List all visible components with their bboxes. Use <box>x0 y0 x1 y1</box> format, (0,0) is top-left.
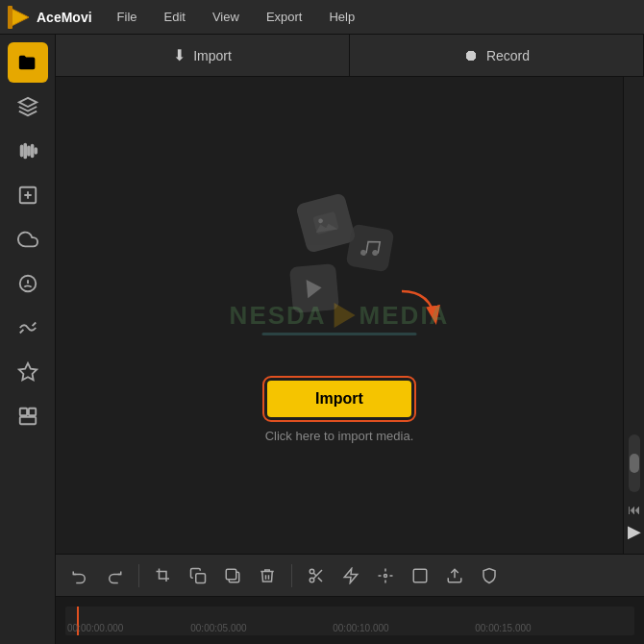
move-icon <box>377 567 394 584</box>
bottom-toolbar <box>56 554 644 596</box>
menu-view[interactable]: View <box>207 6 245 28</box>
redo-icon <box>106 567 123 584</box>
svg-rect-10 <box>19 409 26 415</box>
move-button[interactable] <box>371 561 400 590</box>
svg-point-16 <box>360 249 367 256</box>
media-area: NESDA MEDIA <box>56 77 623 554</box>
sidebar <box>0 35 56 644</box>
svg-rect-12 <box>19 417 36 424</box>
record-tab-icon: ⏺ <box>463 47 479 64</box>
content-area: ⬇ Import ⏺ Record NESDA MEDIA <box>56 35 644 644</box>
sidebar-item-transitions[interactable] <box>8 308 48 348</box>
timeline-label-1: 00:00:05.000 <box>190 623 246 633</box>
svg-rect-1 <box>8 6 12 29</box>
video-float-icon <box>289 262 339 312</box>
svg-rect-4 <box>28 146 30 155</box>
menu-help[interactable]: Help <box>323 6 360 28</box>
svg-rect-5 <box>31 145 33 158</box>
templates-icon <box>17 406 38 427</box>
cloud-icon <box>17 229 38 250</box>
svg-rect-20 <box>196 573 206 582</box>
box-icon <box>411 567 429 584</box>
scrollbar-track[interactable] <box>629 434 640 492</box>
sidebar-item-media[interactable] <box>8 42 48 83</box>
timeline-area: 00:00:00.000 00:00:05.000 00:00:10.000 0… <box>56 596 644 644</box>
sidebar-item-cloud[interactable] <box>8 219 48 260</box>
menu-edit[interactable]: Edit <box>159 6 191 28</box>
redo-button[interactable] <box>100 561 129 590</box>
svg-rect-11 <box>28 409 35 415</box>
skip-back-button[interactable]: ⏮ <box>628 502 641 517</box>
menu-export[interactable]: Export <box>260 6 309 28</box>
timeline-label-3: 00:00:15.000 <box>475 623 531 633</box>
separator-2 <box>291 564 292 587</box>
arrow-indicator <box>392 286 450 338</box>
app-name: AceMovi <box>37 10 92 25</box>
photo-float-icon <box>295 192 357 254</box>
separator-1 <box>138 564 139 587</box>
lightning-icon <box>342 567 359 584</box>
crop-button[interactable] <box>149 561 178 590</box>
transitions-icon <box>17 317 38 338</box>
svg-marker-18 <box>307 278 323 298</box>
svg-rect-27 <box>413 569 427 582</box>
import-button[interactable]: Import <box>267 381 411 417</box>
box-button[interactable] <box>406 561 434 590</box>
shield-icon <box>481 567 498 584</box>
svg-rect-6 <box>35 148 37 154</box>
menu-file[interactable]: File <box>111 6 143 28</box>
svg-marker-25 <box>344 568 358 582</box>
svg-point-23 <box>310 569 314 574</box>
sidebar-item-sticker[interactable] <box>8 263 48 304</box>
play-button[interactable]: ▶ <box>628 521 641 542</box>
lightning-button[interactable] <box>336 561 365 590</box>
duplicate-button[interactable] <box>218 561 247 590</box>
sticker-icon <box>17 273 38 294</box>
logo-icon <box>8 6 31 29</box>
layers-icon <box>17 96 38 117</box>
cut-button[interactable] <box>302 561 331 590</box>
sidebar-item-audio[interactable] <box>8 131 48 171</box>
svg-point-17 <box>372 249 379 256</box>
import-hint: Click here to import media. <box>265 429 414 443</box>
music-float-icon <box>346 223 395 272</box>
record-tab-label: Record <box>486 48 530 63</box>
svg-rect-3 <box>24 144 26 159</box>
sidebar-item-templates[interactable] <box>8 396 48 436</box>
delete-button[interactable] <box>253 561 282 590</box>
import-tab-icon: ⬇ <box>173 46 186 64</box>
svg-rect-22 <box>226 569 236 580</box>
sidebar-item-text[interactable] <box>8 175 48 215</box>
svg-rect-2 <box>20 146 22 157</box>
main-layout: ⬇ Import ⏺ Record NESDA MEDIA <box>0 35 644 644</box>
shield-button[interactable] <box>475 561 504 590</box>
scrollbar-thumb[interactable] <box>630 454 639 473</box>
undo-icon <box>71 567 88 584</box>
export-icon <box>446 567 463 584</box>
export-button[interactable] <box>440 561 469 590</box>
sidebar-item-effects[interactable] <box>8 87 48 127</box>
tab-record[interactable]: ⏺ Record <box>350 35 644 76</box>
menubar: AceMovi File Edit View Export Help <box>0 0 644 35</box>
svg-point-26 <box>384 574 387 577</box>
timeline-label-0: 00:00:00.000 <box>67 623 123 633</box>
timeline-label-2: 00:00:10.000 <box>333 623 388 633</box>
duplicate-icon <box>224 567 241 584</box>
app-logo: AceMovi <box>8 6 92 29</box>
arrow-svg <box>392 286 450 334</box>
right-panel: ⏮ ▶ <box>623 77 644 554</box>
cut-icon <box>308 567 325 584</box>
copy-icon <box>189 567 207 584</box>
copy-button[interactable] <box>184 561 212 590</box>
sidebar-item-favorites[interactable] <box>8 352 48 392</box>
text-icon <box>17 185 38 206</box>
delete-icon <box>259 567 276 584</box>
audio-icon <box>17 140 38 161</box>
tab-import[interactable]: ⬇ Import <box>56 35 350 76</box>
undo-button[interactable] <box>65 561 94 590</box>
svg-marker-9 <box>18 363 36 380</box>
timeline-track[interactable]: 00:00:00.000 00:00:05.000 00:00:10.000 0… <box>65 607 634 635</box>
star-icon <box>17 361 38 383</box>
tab-bar: ⬇ Import ⏺ Record <box>56 35 644 77</box>
folder-icon <box>17 52 38 73</box>
